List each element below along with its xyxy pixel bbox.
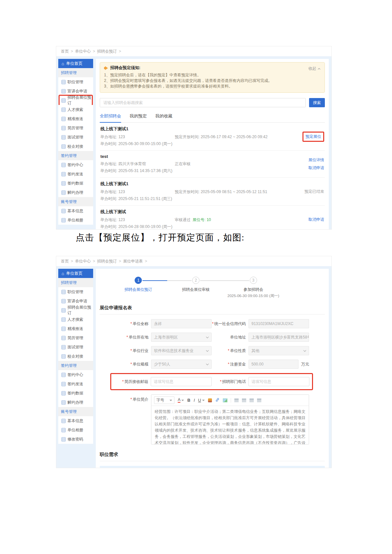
sidebar-item-label: 单位相册 [67, 217, 83, 223]
align-right-icon[interactable] [249, 398, 254, 402]
font-size-select[interactable]: 字号 [154, 396, 174, 404]
tab[interactable]: 我的收藏 [155, 113, 172, 122]
sidebar-item[interactable]: 招聘会展位预订 [58, 306, 93, 315]
sidebar-item[interactable]: 招聘管理 [58, 68, 93, 77]
sidebar-item[interactable]: 校企对接 [58, 142, 93, 151]
sidebar-item[interactable]: 账号管理 [58, 407, 93, 416]
breadcrumb: 首页单位中心招聘会预订 [56, 46, 331, 56]
sidebar-item-home[interactable]: ⌂ 单位首页 [58, 269, 93, 278]
align-center-icon[interactable] [242, 398, 246, 402]
sidebar-item[interactable]: 人才搜索 [58, 105, 93, 114]
breadcrumb-item[interactable]: 招聘会预订 [97, 259, 123, 264]
megaphone-icon [104, 66, 108, 70]
sidebar-item[interactable]: 签约发送 [58, 169, 93, 179]
info-bar: i 请按要求填写或选择职位信息 [100, 466, 325, 468]
screenshot-booking-form: 首页单位中心招聘会预订展位申请表 ⌂ 单位首页 招聘管理 职位管理 [56, 256, 332, 468]
align-left-icon[interactable] [234, 398, 239, 402]
form-row: *单位所在地 上海市崇明区 单位地址 上海市崇明区横沙乡富民支路58号A3-8 [114, 333, 309, 342]
sidebar-item[interactable]: 账号管理 [58, 197, 93, 206]
search-button[interactable]: 搜索 [309, 98, 325, 107]
sidebar-item[interactable]: 面试管理 [58, 133, 93, 142]
sidebar-item[interactable]: 签约数据 [58, 179, 93, 188]
sidebar-item[interactable]: 签约数据 [58, 389, 93, 398]
bold-button[interactable]: B [187, 398, 190, 403]
sidebar-item-home[interactable]: ⌂ 单位首页 [58, 59, 93, 68]
sidebar-item[interactable]: 精准推送 [58, 324, 93, 333]
breadcrumb-item[interactable]: 首页 [61, 259, 75, 264]
fair-mid-info: 正在审核 [175, 161, 191, 167]
sidebar-item[interactable]: 职位管理 [58, 77, 93, 87]
field-label-text: 单位全称 [133, 321, 148, 326]
breadcrumb-item[interactable]: 单位中心 [75, 49, 97, 54]
fair-time: 举办时间: 2025-05-21 11:51-21:51 (周三) [100, 196, 172, 202]
form-field-right: *招聘部门电话 请填写信息 [212, 377, 309, 386]
caption-text: 点击【预定展位】，打开预定页面，如图: [76, 232, 245, 243]
image-icon[interactable] [223, 398, 227, 402]
sidebar-item[interactable]: 面试管理 [58, 342, 93, 352]
sidebar-item[interactable]: 签约管理 [58, 361, 93, 370]
sidebar-item[interactable]: 基本信息 [58, 206, 93, 215]
sidebar-item[interactable]: 修改密码 [58, 435, 93, 444]
sidebar-item[interactable]: 签约中心 [58, 370, 93, 379]
font-color-button[interactable]: A [178, 398, 184, 403]
fair-time-row: 举办时间: 2025-05-31 14:35-17:36 (周六) [100, 168, 324, 174]
sidebar-item[interactable]: 精准推送 [58, 114, 93, 123]
sidebar-item[interactable]: 招聘会展位预订 [58, 96, 93, 105]
fair-address: 举办地址: 123 [100, 189, 175, 195]
sidebar-item[interactable]: 解约办理 [58, 398, 93, 407]
sidebar-item[interactable]: 签约管理 [58, 151, 93, 160]
fair-action-link[interactable]: 预定展位 [302, 132, 324, 142]
italic-button[interactable]: I [194, 398, 195, 403]
sidebar-item[interactable]: 职位管理 [58, 287, 93, 296]
required-marker: * [220, 379, 222, 384]
field-label-text: 统一社会信用代码 [214, 321, 246, 326]
field-label: *简历接收邮箱 [114, 379, 151, 385]
align-justify-icon[interactable] [257, 398, 261, 402]
form-rows: *单位全称 永祥 *统一社会信用代码 91310230MA1WJU2XC [114, 319, 309, 390]
search-input[interactable] [100, 98, 306, 107]
field-value: 软件和信息技术服务业 [154, 348, 194, 354]
sidebar-item[interactable]: 签约发送 [58, 379, 93, 389]
breadcrumb-item[interactable]: 招聘会预订 [97, 49, 123, 54]
sidebar-item[interactable]: 简历管理 [58, 333, 93, 342]
fair-action-link[interactable]: 展位详情 [308, 157, 324, 163]
fair-action-link-secondary[interactable]: 取消申请 [308, 165, 324, 171]
sidebar-item[interactable]: 宣讲会申请 [58, 296, 93, 306]
sidebar-item-label: 签约数据 [67, 390, 83, 396]
sidebar-item[interactable]: 宣讲会申请 [58, 87, 93, 96]
tab[interactable]: 全部招聘会 [100, 113, 121, 123]
menu-item-icon [62, 437, 65, 441]
breadcrumb-item[interactable]: 单位中心 [75, 259, 97, 264]
sidebar-item[interactable]: 基本信息 [58, 416, 93, 425]
fair-action-link[interactable]: 取消申请 [308, 217, 324, 222]
field-input: 少于50人 [151, 360, 212, 369]
link-icon[interactable] [215, 397, 220, 403]
sidebar-item-label: 校企对接 [67, 354, 83, 359]
chevron-down-icon [181, 400, 184, 401]
document-page: 首页单位中心招聘会预订 ⌂ 单位首页 招聘管理 职位管理 [0, 0, 392, 554]
required-marker: * [228, 348, 229, 353]
fair-time: 举办时间: 2025-04-28 08:00-19:00 (周一) [100, 224, 172, 229]
collapse-link[interactable]: 收起 [308, 66, 321, 71]
sidebar-item[interactable]: 招聘管理 [58, 278, 93, 287]
sidebar-item[interactable]: 人才搜索 [58, 315, 93, 324]
tab[interactable]: 我的预定 [130, 113, 147, 122]
sidebar-item[interactable]: 单位相册 [58, 215, 93, 225]
underline-button[interactable]: U [198, 398, 205, 403]
sidebar-item[interactable]: 简历管理 [58, 123, 93, 133]
sidebar-item[interactable]: 解约办理 [58, 188, 93, 197]
field-input: 上海市崇明区 [151, 333, 212, 342]
breadcrumb-item[interactable]: 首页 [61, 49, 75, 54]
sidebar-item[interactable]: 签约中心 [58, 160, 93, 169]
sidebar-item-label: 简历管理 [67, 335, 83, 341]
field-value: 少于50人 [154, 362, 170, 367]
format-brush-icon[interactable] [208, 398, 212, 402]
home-icon: ⌂ [62, 62, 64, 66]
menu-item-icon [62, 144, 65, 149]
editor-content[interactable]: 经营范围：许可项目：职业中介活动；第二类增值电信业务；互联网信息服务；网络文化经… [151, 406, 309, 444]
fair-title: 线上线下测试 [100, 209, 324, 215]
sidebar-item[interactable]: 单位相册 [58, 425, 93, 435]
sidebar-menu: 招聘管理 职位管理 宣讲会申请 招聘会展位预订 人才搜索 [58, 68, 93, 225]
breadcrumb-item[interactable]: 展位申请表 [123, 259, 149, 264]
sidebar-item[interactable]: 校企对接 [58, 352, 93, 361]
